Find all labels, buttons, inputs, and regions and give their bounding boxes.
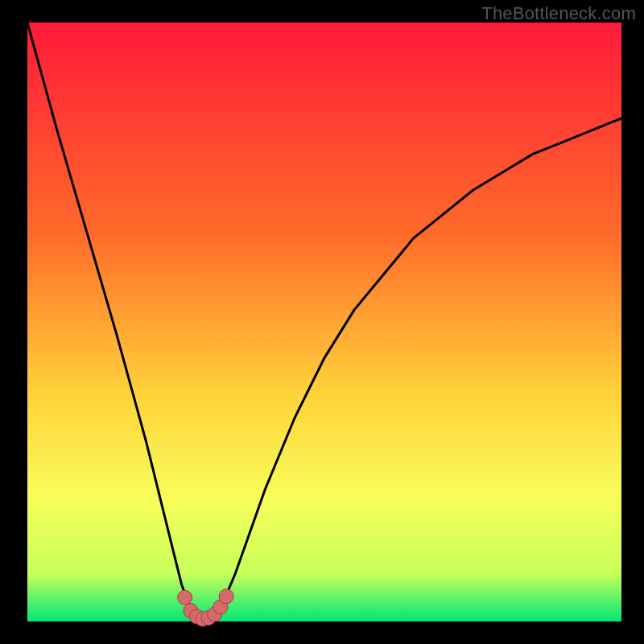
- marker-dot: [219, 589, 233, 604]
- chart-frame: TheBottleneck.com: [0, 0, 644, 644]
- marker-dot: [178, 590, 192, 605]
- bottleneck-chart: [0, 0, 644, 644]
- plot-area: [27, 23, 621, 621]
- watermark-text: TheBottleneck.com: [481, 3, 636, 24]
